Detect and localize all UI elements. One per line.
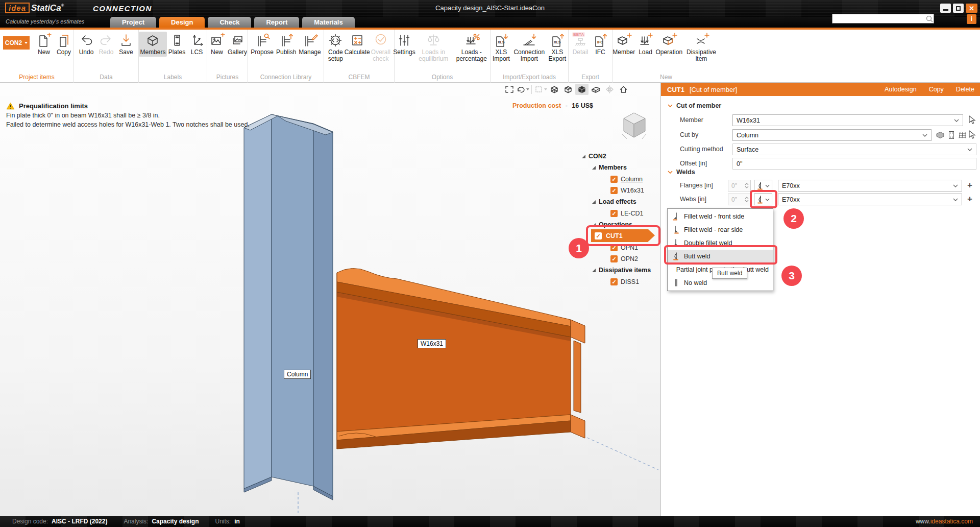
- model-tree: CON2 Members ✓Column ✓W16x31 Load effect…: [0, 83, 660, 516]
- solid-mode-icon[interactable]: [936, 131, 945, 139]
- checkbox-checked-icon[interactable]: ✓: [610, 278, 618, 285]
- expand-icon: [592, 166, 596, 170]
- plate-icon: [169, 33, 185, 48]
- gallery-button[interactable]: Gallery: [227, 32, 248, 57]
- tab-project[interactable]: Project: [110, 17, 156, 28]
- calculate-icon: [349, 33, 365, 48]
- xls-import-button[interactable]: XLS XLS Import: [491, 32, 512, 63]
- add-flange-weld-button[interactable]: +: [967, 181, 972, 190]
- cutting-method-row: Cutting method Surface: [661, 143, 980, 156]
- lcs-labels-button[interactable]: LCS: [187, 32, 207, 57]
- checkbox-checked-icon[interactable]: ✓: [610, 176, 618, 183]
- tree-item-le-cd1[interactable]: ✓LE-CD1: [610, 208, 643, 219]
- new-dissipative-item-button[interactable]: Dissipative item: [683, 32, 720, 63]
- load-plus-icon: [638, 33, 654, 48]
- select-member-pointer-button[interactable]: [968, 115, 976, 127]
- ribbon-group-pictures: New Gallery Pictures: [207, 30, 248, 83]
- select-cut-by-pointer-button[interactable]: [968, 130, 976, 141]
- settings-button[interactable]: Settings: [395, 32, 414, 57]
- propose-button[interactable]: Propose: [250, 32, 275, 57]
- copy-operation-button[interactable]: Copy: [929, 86, 944, 93]
- autodesign-button[interactable]: Autodesign: [885, 86, 917, 93]
- cutting-method-dropdown[interactable]: Surface: [732, 143, 976, 155]
- connection-import-button[interactable]: Connection Import: [512, 32, 546, 63]
- spinner-arrows-icon[interactable]: [745, 183, 749, 188]
- tree-node-load-effects[interactable]: Load effects: [592, 197, 636, 207]
- loads-percentage-button[interactable]: Loads - percentage: [453, 32, 490, 63]
- maximize-button[interactable]: [953, 4, 964, 13]
- website-link[interactable]: www.ideastatica.com: [916, 518, 973, 525]
- xls-import-icon: XLS: [493, 33, 509, 48]
- copy-project-item-button[interactable]: Copy: [54, 32, 74, 57]
- ifc-export-button[interactable]: IFC IFC: [591, 32, 610, 57]
- annotation-rect-butt-weld: [664, 245, 777, 265]
- tab-design[interactable]: Design: [159, 17, 205, 28]
- webs-electrode-dropdown[interactable]: E70xx: [778, 194, 962, 205]
- checkbox-checked-icon[interactable]: ✓: [610, 255, 618, 262]
- publish-button[interactable]: Publish: [275, 32, 297, 57]
- checkbox-checked-icon[interactable]: ✓: [610, 187, 618, 194]
- operation-plus-icon: [661, 33, 677, 48]
- chevron-down-icon: [668, 171, 673, 174]
- plates-labels-button[interactable]: Plates: [167, 32, 187, 57]
- annotation-circle-2: 2: [783, 208, 804, 229]
- ribbon-group-connection-library: Propose Publish Manage Connection Librar…: [248, 30, 324, 83]
- welds-section-header[interactable]: Welds: [668, 169, 695, 176]
- tree-node-dissipative-items[interactable]: Dissipative items: [592, 265, 651, 275]
- new-picture-button[interactable]: New: [207, 32, 227, 57]
- calculate-button[interactable]: Calculate: [348, 32, 367, 57]
- new-load-button[interactable]: Load: [636, 32, 655, 57]
- checkbox-checked-icon[interactable]: ✓: [610, 210, 618, 217]
- new-project-item-button[interactable]: New: [34, 32, 54, 57]
- tree-item-w16x31[interactable]: ✓W16x31: [610, 185, 644, 196]
- new-member-button[interactable]: Member: [612, 32, 635, 57]
- members-labels-button[interactable]: Members: [139, 32, 166, 57]
- new-operation-button[interactable]: Operation: [656, 32, 683, 57]
- flanges-electrode-dropdown[interactable]: E70xx: [778, 180, 962, 191]
- spinner-arrows-icon[interactable]: [745, 197, 749, 202]
- search-input[interactable]: [832, 15, 925, 22]
- member-dropdown[interactable]: W16x31: [732, 114, 963, 126]
- overall-check-button[interactable]: Overall check: [368, 32, 394, 63]
- menu-item-fillet-rear[interactable]: Fillet weld - rear side: [668, 223, 773, 236]
- tree-item-diss1[interactable]: ✓DISS1: [610, 277, 639, 287]
- detail-export-button[interactable]: BETA Detail: [571, 32, 590, 57]
- plate-mode-icon[interactable]: [948, 131, 955, 139]
- tab-report[interactable]: Report: [254, 17, 299, 28]
- info-button[interactable]: i: [967, 14, 976, 24]
- add-web-weld-button[interactable]: +: [967, 195, 972, 204]
- cut-by-dropdown[interactable]: Column: [732, 129, 932, 141]
- document-title: Capacity design_AISC-Start.ideaCon: [0, 4, 980, 12]
- code-setup-button[interactable]: Code setup: [324, 32, 347, 63]
- con2-dropdown-button[interactable]: CON2: [3, 36, 30, 50]
- loads-percentage-icon: [463, 33, 480, 48]
- loads-in-equilibrium-button[interactable]: Loads in equilibrium: [414, 32, 453, 63]
- menu-item-fillet-front[interactable]: Fillet weld - front side: [668, 210, 773, 223]
- offset-input[interactable]: 0": [732, 158, 976, 170]
- tree-item-column[interactable]: ✓Column: [610, 174, 643, 184]
- tree-node-members[interactable]: Members: [592, 162, 627, 173]
- minimize-button[interactable]: [940, 4, 951, 13]
- tree-node-con2[interactable]: CON2: [582, 151, 606, 161]
- annotation-rect-cut1: [586, 225, 660, 246]
- flanges-size-spinner[interactable]: 0": [728, 180, 751, 191]
- close-button[interactable]: ✕: [966, 4, 977, 13]
- manage-button[interactable]: Manage: [298, 32, 322, 57]
- undo-button[interactable]: Undo: [77, 32, 96, 57]
- mesh-mode-icon[interactable]: [958, 131, 967, 139]
- library-edit-icon: [302, 33, 318, 48]
- webs-size-spinner[interactable]: 0": [728, 194, 751, 205]
- save-button[interactable]: Save: [116, 32, 136, 57]
- chevron-down-icon: [953, 198, 958, 201]
- ribbon-tabs: Project Design Check Report Materials: [110, 17, 355, 28]
- cut-of-member-section-header[interactable]: Cut of member: [668, 102, 721, 109]
- tab-check[interactable]: Check: [208, 17, 251, 28]
- delete-operation-button[interactable]: Delete: [956, 86, 974, 93]
- webs-weld-row: Webs [in] 0" E70xx +: [661, 194, 980, 206]
- check-circle-icon: [373, 33, 389, 48]
- no-weld-icon: [672, 279, 680, 287]
- tree-item-opn2[interactable]: ✓OPN2: [610, 254, 638, 264]
- xls-export-button[interactable]: XLS XLS Export: [547, 32, 568, 63]
- tab-materials[interactable]: Materials: [302, 17, 354, 28]
- redo-button[interactable]: Redo: [96, 32, 116, 57]
